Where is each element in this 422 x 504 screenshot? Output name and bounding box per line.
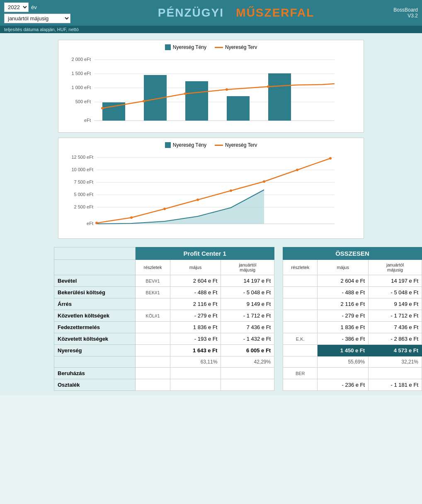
legend-bar-icon-1 [165,44,171,50]
row-label: Osztalék [54,379,136,391]
row-janmaj-total: - 1 712 e Ft [369,310,422,322]
svg-text:1 500 eFt: 1 500 eFt [72,71,91,76]
legend-line-label-2: Nyereség Terv [225,142,257,148]
row-majus-pc: - 488 e Ft [170,287,221,298]
row-majus-total: - 386 e Ft [318,333,369,345]
row-majus-total: 1 836 e Ft [318,322,369,333]
row-detail-total [283,379,318,391]
svg-point-34 [130,216,133,219]
row-majus-pc [170,379,221,391]
chart2-svg: 12 500 eFt 10 000 eFt 7 500 eFt 5 000 eF… [65,151,347,234]
svg-point-37 [230,189,232,192]
chart1-svg: 2 000 eFt 1 500 eFt 1 000 eFt 500 eFt eF… [65,53,347,128]
table-row: Bevétel BEV#1 2 604 e Ft 14 197 e Ft 2 6… [54,275,422,287]
title-blue: PÉNZÜGYI [158,6,224,19]
row-janmaj-pc: - 5 048 e Ft [221,287,274,298]
period-select-row[interactable]: januártól májusig [4,14,79,23]
row-majus-total [318,368,369,379]
legend-line-icon-2 [215,145,223,146]
row-detail-pc [136,333,170,345]
svg-text:5 000 eFt: 5 000 eFt [74,192,93,197]
svg-point-19 [267,85,269,88]
year-select[interactable]: 2022 [4,2,29,12]
table-row: Osztalék - 236 e Ft - 1 181 e Ft [54,379,422,391]
svg-point-33 [95,222,98,224]
table-wrapper: Profit Center 1 ÖSSZESEN részletek május… [0,247,422,391]
table-row: Közvetlen költségek KÖL#1 - 279 e Ft - 1… [54,310,422,322]
row-janmaj-pc: - 1 432 e Ft [221,333,274,345]
legend-line-label-1: Nyereség Terv [225,44,257,50]
row-janmaj-pc: 9 149 e Ft [221,298,274,310]
row-majus-total: - 488 e Ft [318,287,369,298]
year-label: év [31,4,37,10]
row-detail-pc [136,368,170,379]
row-detail-total [283,275,318,287]
row-label: Közvetett költségek [54,333,136,345]
row-majus-total: - 236 e Ft [318,379,369,391]
svg-text:7 500 eFt: 7 500 eFt [74,179,93,184]
col-majus-total: május [318,260,369,275]
percent-janmaj-total: 32,21% [369,356,422,368]
svg-text:12 500 eFt: 12 500 eFt [71,155,93,160]
header-group-row: Profit Center 1 ÖSSZESEN [54,247,422,260]
legend-bar-1: Nyereség Tény [165,44,206,50]
row-detail-pc: BEK#1 [136,287,170,298]
title-orange: MŰSZERFAL [236,6,314,19]
row-janmaj-total: 9 149 e Ft [369,298,422,310]
chart1: Nyereség Tény Nyereség Terv 2 000 eFt 1 … [58,40,364,133]
row-detail-pc [136,322,170,333]
row-janmaj-total: - 2 863 e Ft [369,333,422,345]
legend-line-1: Nyereség Terv [215,44,257,50]
header-left: 2022 év januártól májusig [0,0,83,26]
row-majus-total: 2 116 e Ft [318,298,369,310]
row-janmaj-pc [221,379,274,391]
period-select[interactable]: januártól májusig [4,14,70,23]
svg-text:1 000 eFt: 1 000 eFt [72,85,91,90]
percent-majus-pc: 63,11% [170,356,221,368]
row-majus-total: - 279 e Ft [318,310,369,322]
chart-container: Nyereség Tény Nyereség Terv 2 000 eFt 1 … [0,33,422,243]
chart2: Nyereség Tény Nyereség Terv 12 500 eFt 1… [58,138,364,239]
row-detail-pc [136,298,170,310]
row-majus-total: 2 604 e Ft [318,275,369,287]
total-header: ÖSSZESEN [283,247,422,260]
legend-bar-icon-2 [165,142,171,148]
svg-point-39 [296,169,298,171]
row-detail-pc [136,379,170,391]
header-right: BossBoard V3.2 [389,0,422,26]
row-label: Fedezettermelés [54,322,136,333]
svg-point-36 [196,199,199,201]
row-detail-total: E.K. [283,333,318,345]
header: 2022 év januártól májusig PÉNZÜGYI MŰSZE… [0,0,422,26]
svg-text:500 eFt: 500 eFt [75,99,91,104]
row-detail-pc: KÖL#1 [136,310,170,322]
row-majus-pc: 2 116 e Ft [170,298,221,310]
row-label: Árrés [54,298,136,310]
main-title: PÉNZÜGYI MŰSZERFAL [158,6,315,19]
svg-point-35 [163,208,166,210]
header-center: PÉNZÜGYI MŰSZERFAL [83,0,389,26]
svg-point-18 [226,88,228,91]
row-janmaj-pc: 14 197 e Ft [221,275,274,287]
svg-point-38 [263,180,265,183]
table-row: Nyereség 1 643 e Ft 6 005 e Ft 1 450 e F… [54,345,422,356]
row-majus-pc: - 193 e Ft [170,333,221,345]
row-janmaj-pc: 7 436 e Ft [221,322,274,333]
year-select-row[interactable]: 2022 év [4,2,79,12]
app-name: BossBoard [393,7,418,13]
col-janmaj-total: januártólmájusig [369,260,422,275]
table-row: Közvetett költségek - 193 e Ft - 1 432 e… [54,333,422,345]
col-reszletek-total: részletek [283,260,318,275]
svg-text:10 000 eFt: 10 000 eFt [71,167,93,172]
svg-point-17 [184,92,187,95]
col-janmaj-pc: januártólmájusig [221,260,274,275]
svg-point-16 [143,100,145,102]
row-detail-total [283,310,318,322]
percent-majus-total: 55,69% [318,356,369,368]
main-table: Profit Center 1 ÖSSZESEN részletek május… [54,247,422,391]
svg-rect-13 [227,96,250,121]
percent-janmaj-pc: 42,29% [221,356,274,368]
legend-line-2: Nyereség Terv [215,142,257,148]
row-janmaj-total: - 1 181 e Ft [369,379,422,391]
row-majus-pc: - 279 e Ft [170,310,221,322]
